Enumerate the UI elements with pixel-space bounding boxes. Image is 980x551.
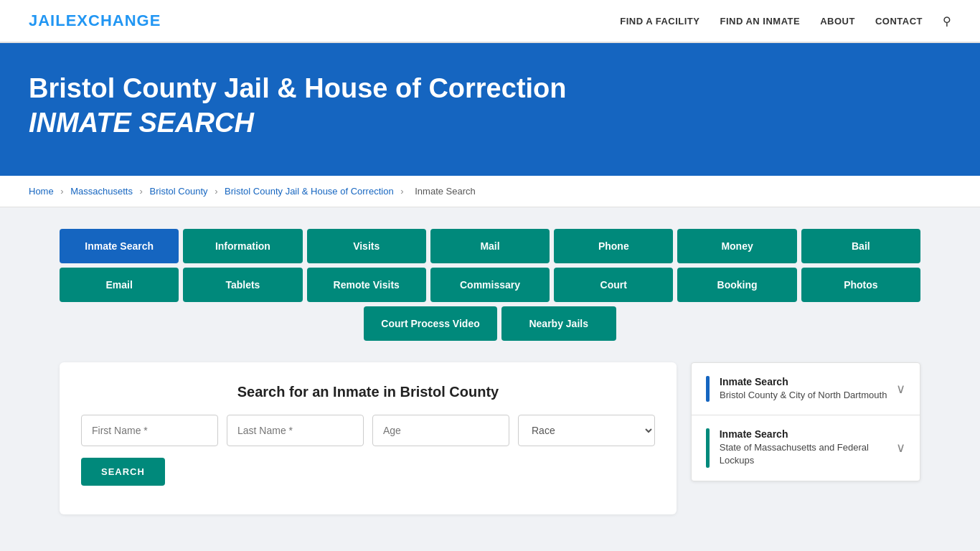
content-row: Search for an Inmate in Bristol County R…	[60, 362, 920, 514]
nav-links: FIND A FACILITY FIND AN INMATE ABOUT CON…	[620, 14, 951, 28]
first-name-input[interactable]	[81, 415, 218, 446]
logo-exchange: EXCHANGE	[66, 11, 161, 29]
nav-find-facility[interactable]: FIND A FACILITY	[620, 16, 699, 27]
search-panel: Search for an Inmate in Bristol County R…	[60, 362, 677, 514]
search-fields: Race White Black Hispanic Asian Other	[81, 415, 655, 446]
sidebar-item-bristol[interactable]: Inmate Search Bristol County & City of N…	[692, 363, 920, 415]
tab-remote-visits[interactable]: Remote Visits	[307, 268, 426, 302]
sidebar-bar-bristol	[706, 376, 710, 402]
breadcrumb-facility[interactable]: Bristol County Jail & House of Correctio…	[225, 186, 394, 197]
page-title: Bristol County Jail & House of Correctio…	[29, 72, 674, 140]
nav-about[interactable]: ABOUT	[820, 16, 855, 27]
tab-mail[interactable]: Mail	[430, 229, 550, 263]
main-content: Inmate Search Information Visits Mail Ph…	[31, 207, 949, 536]
search-icon[interactable]: ⚲	[943, 14, 951, 28]
tab-court[interactable]: Court	[554, 268, 673, 302]
search-button[interactable]: SEARCH	[81, 458, 165, 486]
breadcrumb-current: Inmate Search	[415, 186, 476, 197]
breadcrumb: Home › Massachusetts › Bristol County › …	[0, 176, 980, 207]
tab-nearby-jails[interactable]: Nearby Jails	[501, 306, 616, 341]
hero-section: Bristol County Jail & House of Correctio…	[0, 43, 980, 176]
nav-contact[interactable]: CONTACT	[875, 16, 923, 27]
breadcrumb-bristol-county[interactable]: Bristol County	[150, 186, 208, 197]
tab-email[interactable]: Email	[60, 268, 179, 302]
age-input[interactable]	[372, 415, 509, 446]
tab-booking[interactable]: Booking	[677, 268, 796, 302]
sidebar-item-massachusetts[interactable]: Inmate Search State of Massachusetts and…	[692, 415, 920, 480]
breadcrumb-massachusetts[interactable]: Massachusetts	[70, 186, 133, 197]
sidebar-bar-massachusetts	[706, 428, 710, 467]
sidebar-title-bristol: Inmate Search	[720, 376, 887, 387]
chevron-down-icon: ∨	[896, 381, 905, 397]
tab-phone[interactable]: Phone	[554, 229, 673, 263]
tab-commissary[interactable]: Commissary	[430, 268, 550, 302]
sidebar: Inmate Search Bristol County & City of N…	[691, 362, 920, 481]
nav-find-inmate[interactable]: FIND AN INMATE	[720, 16, 800, 27]
sidebar-subtitle-massachusetts: State of Massachusetts and Federal Locku…	[720, 441, 896, 467]
tabs-row-1: Inmate Search Information Visits Mail Ph…	[60, 229, 920, 263]
search-title: Search for an Inmate in Bristol County	[81, 384, 655, 400]
navbar: JAILEXCHANGE FIND A FACILITY FIND AN INM…	[0, 0, 980, 43]
sidebar-title-massachusetts: Inmate Search	[720, 428, 896, 440]
tabs-row-3: Court Process Video Nearby Jails	[60, 306, 920, 341]
tabs-row-2: Email Tablets Remote Visits Commissary C…	[60, 268, 920, 302]
tab-inmate-search[interactable]: Inmate Search	[60, 229, 179, 263]
tab-visits[interactable]: Visits	[307, 229, 426, 263]
last-name-input[interactable]	[227, 415, 364, 446]
tab-information[interactable]: Information	[183, 229, 302, 263]
tab-court-process-video[interactable]: Court Process Video	[364, 306, 496, 341]
tab-tablets[interactable]: Tablets	[183, 268, 302, 302]
site-logo[interactable]: JAILEXCHANGE	[29, 11, 161, 30]
logo-jail: JAIL	[29, 11, 66, 29]
sidebar-subtitle-bristol: Bristol County & City of North Dartmouth	[720, 389, 887, 402]
tab-money[interactable]: Money	[677, 229, 796, 263]
tab-bail[interactable]: Bail	[801, 229, 920, 263]
tab-photos[interactable]: Photos	[801, 268, 920, 302]
race-select[interactable]: Race White Black Hispanic Asian Other	[518, 415, 655, 446]
breadcrumb-home[interactable]: Home	[29, 186, 54, 197]
chevron-down-icon-2: ∨	[896, 440, 905, 456]
